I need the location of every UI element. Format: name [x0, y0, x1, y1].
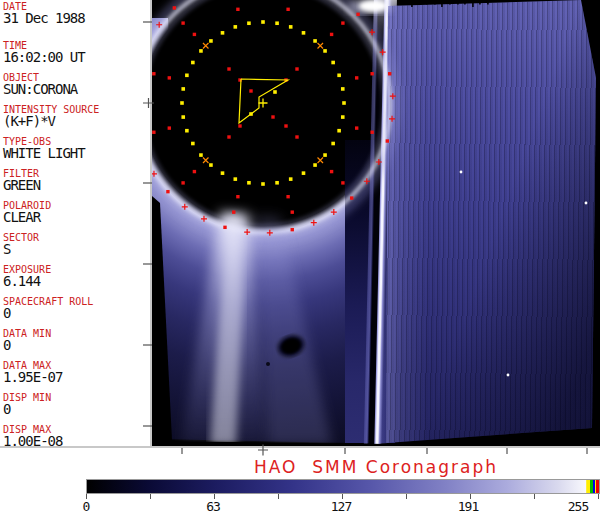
field-value: 0	[3, 403, 150, 416]
metadata-field: INTENSITY SOURCE(K+F)*V	[3, 105, 150, 128]
metadata-field: TYPE-OBSWHITE LIGHT	[3, 137, 150, 160]
metadata-field: DATA MAX1.95E-07	[3, 361, 150, 384]
metadata-field: DISP MIN0	[3, 393, 150, 416]
intensity-colorbar	[86, 479, 600, 494]
field-label: DISP MIN	[3, 393, 150, 403]
metadata-field: SECTORS	[3, 233, 150, 256]
plot-frame-bottom	[0, 446, 600, 448]
plot-title: HAO SMM Coronagraph	[152, 457, 600, 477]
metadata-field: EXPOSURE6.144	[3, 265, 150, 288]
colorbar-tick	[278, 494, 279, 499]
colorbar-tick	[534, 494, 535, 499]
footer-strip: HAO SMM Coronagraph 063127191255	[0, 447, 600, 512]
field-value: S	[3, 243, 150, 256]
metadata-field: DISP MAX1.00E-08	[3, 425, 150, 448]
field-label: SPACECRAFT ROLL	[3, 297, 150, 307]
smm-coronagraph-viewer: { "window": {"width": 600, "height": 512…	[0, 0, 600, 512]
metadata-field: OBJECTSUN:CORONA	[3, 73, 150, 96]
field-label: DATA MIN	[3, 329, 150, 339]
field-value: CLEAR	[3, 211, 150, 224]
metadata-field: FILTERGREEN	[3, 169, 150, 192]
right-image-panel	[380, 0, 600, 447]
plot-frame-left	[150, 0, 152, 447]
field-value: GREEN	[3, 179, 150, 192]
field-value: 31 Dec 1988	[3, 12, 150, 25]
metadata-field: TIME16:02:00 UT	[3, 41, 150, 64]
colorbar-tick-label: 255	[568, 499, 588, 512]
colorbar-tick-label: 63	[206, 499, 220, 512]
metadata-field: DATA MIN0	[3, 329, 150, 352]
field-value: (K+F)*V	[3, 115, 150, 128]
field-value: SUN:CORONA	[3, 83, 150, 96]
colorbar-tick	[150, 494, 151, 499]
metadata-sidebar: DATE31 Dec 1988TIME16:02:00 UTOBJECTSUN:…	[0, 0, 150, 447]
metadata-field: DATE31 Dec 1988	[3, 2, 150, 25]
colorbar-tick-label: 127	[331, 499, 351, 512]
metadata-field: SPACECRAFT ROLL0	[3, 297, 150, 320]
colorbar-tick-label: 0	[83, 499, 90, 512]
field-value: 0	[3, 339, 150, 352]
metadata-field: POLAROIDCLEAR	[3, 201, 150, 224]
colorbar-tick-label: 191	[458, 499, 478, 512]
field-value: 0	[3, 307, 150, 320]
field-value: 1.95E-07	[3, 371, 150, 384]
coronagraph-image-area	[152, 0, 600, 447]
field-label: SECTOR	[3, 233, 150, 243]
colorbar-tick	[406, 494, 407, 499]
field-value: 16:02:00 UT	[3, 51, 150, 64]
field-value: 6.144	[3, 275, 150, 288]
field-value: WHITE LIGHT	[3, 147, 150, 160]
colorbar-tick	[598, 494, 599, 499]
